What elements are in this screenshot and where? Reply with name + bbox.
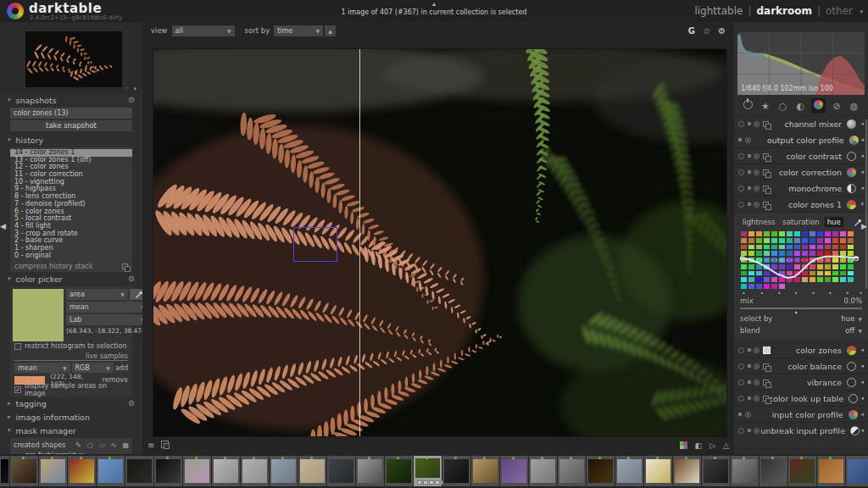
power-icon[interactable] — [738, 153, 744, 159]
module-color-zones[interactable]: color zones◂ — [734, 341, 868, 358]
modules-power-icon[interactable] — [742, 100, 754, 112]
right-panel-collapse-icon[interactable]: ▶ — [861, 222, 867, 230]
filmstrip-thumb[interactable] — [788, 456, 816, 486]
tagging-header[interactable]: ▸ tagging ⚙ — [0, 396, 142, 410]
color-group-icon[interactable] — [811, 98, 826, 114]
module-color-contrast[interactable]: color contrast◂ — [734, 147, 868, 164]
module-color-balance[interactable]: color balance◂ — [734, 358, 868, 374]
filmstrip-thumb[interactable] — [0, 456, 9, 486]
reset-icon[interactable] — [754, 202, 760, 208]
power-icon[interactable] — [738, 380, 744, 385]
favorites-group-icon[interactable]: ★ — [760, 101, 772, 112]
filmstrip-thumb[interactable] — [471, 456, 499, 486]
preset-icon[interactable] — [738, 413, 742, 416]
star-rating-squares[interactable] — [417, 480, 446, 485]
history-header[interactable]: ▾ history — [0, 133, 142, 147]
picker-mode-dropdown[interactable]: area▼ — [66, 289, 128, 300]
power-icon[interactable] — [738, 347, 744, 353]
mix-slider-row[interactable]: mix 0.0% — [740, 297, 862, 305]
reset-icon[interactable] — [754, 169, 760, 175]
view-filter-dropdown[interactable]: all▼ — [172, 25, 235, 36]
multi-icon[interactable] — [763, 169, 769, 175]
preset-icon[interactable] — [748, 396, 751, 400]
gear-icon[interactable]: ⚙ — [128, 274, 135, 283]
reset-icon[interactable] — [754, 363, 760, 369]
gear-icon[interactable]: ⚙ — [128, 399, 135, 408]
circle-shape-icon[interactable]: ○ — [87, 441, 93, 449]
module-color-correction[interactable]: color correction◂ — [734, 164, 868, 180]
power-icon[interactable] — [738, 202, 744, 208]
filmstrip-thumb[interactable] — [39, 456, 67, 486]
gamut-check-icon[interactable]: △ — [723, 441, 729, 450]
filmstrip-thumb[interactable] — [10, 456, 38, 486]
nav-zoom-controls[interactable]: ∷ ▾ — [125, 86, 138, 92]
curve-node-icon[interactable]: ▴ — [760, 289, 763, 295]
multi-icon[interactable] — [763, 186, 769, 191]
view-menu-arrow-icon[interactable]: ▾ — [860, 8, 863, 15]
preset-icon[interactable] — [748, 170, 751, 174]
preset-icon[interactable] — [748, 122, 751, 125]
filmstrip-thumb[interactable] — [298, 456, 326, 486]
filmstrip-thumb[interactable] — [327, 456, 355, 486]
filmstrip-thumb[interactable] — [154, 456, 182, 486]
sample-stat-dropdown[interactable]: mean▼ — [14, 363, 70, 373]
preset-icon[interactable] — [748, 348, 751, 352]
filmstrip-thumb[interactable] — [817, 456, 845, 486]
preset-icon[interactable] — [738, 138, 742, 141]
preset-icon[interactable] — [748, 429, 751, 432]
filmstrip-thumb[interactable] — [702, 456, 730, 486]
checkbox-checked-icon[interactable]: ✓ — [14, 386, 21, 393]
multi-icon[interactable] — [763, 380, 769, 385]
restrict-histogram-row[interactable]: restrict histogram to selection — [13, 341, 130, 351]
multi-icon[interactable] — [763, 202, 769, 208]
tab-saturation[interactable]: saturation — [780, 217, 821, 227]
mix-slider[interactable]: ▴ — [740, 308, 862, 309]
view-lighttable[interactable]: lighttable — [694, 5, 743, 17]
filmstrip-thumb[interactable] — [615, 456, 643, 486]
module-color-zones-1[interactable]: color zones 1▾ — [734, 196, 868, 212]
curve-node-icon[interactable]: ▴ — [795, 289, 798, 295]
navigation-preview[interactable]: ∷ ▾ — [0, 22, 142, 93]
filmstrip-thumb[interactable] — [414, 456, 442, 486]
tab-hue[interactable]: hue — [825, 217, 843, 227]
effects-group-icon[interactable]: ◍ — [848, 101, 860, 112]
filmstrip-thumb[interactable] — [125, 456, 153, 486]
filmstrip-thumb[interactable] — [356, 456, 384, 486]
select-by-row[interactable]: select by hue ▼ — [740, 313, 862, 324]
filmstrip-thumb[interactable] — [385, 456, 413, 486]
power-icon[interactable] — [738, 396, 744, 402]
color-assessment-icon[interactable] — [680, 441, 687, 449]
curve-node-icon[interactable]: ▴ — [829, 289, 832, 295]
tab-lightness[interactable]: lightness — [740, 217, 777, 227]
preset-icon[interactable] — [748, 364, 751, 368]
filmstrip-thumb[interactable] — [212, 456, 240, 486]
filmstrip-thumb[interactable] — [500, 456, 528, 486]
reset-icon[interactable] — [754, 153, 760, 159]
curve-node-icon[interactable]: ▴ — [860, 289, 862, 295]
color-zones-curve-area[interactable] — [740, 230, 859, 290]
filmstrip-thumb[interactable] — [644, 456, 672, 486]
reset-icon[interactable] — [754, 396, 760, 402]
history-item[interactable]: 0 - original — [10, 252, 132, 260]
module-monochrome[interactable]: monochrome◂ — [734, 180, 868, 196]
filter-presets-icon[interactable]: ≡ — [147, 441, 154, 450]
reset-icon[interactable] — [745, 412, 751, 418]
module-unbreak-input-profile[interactable]: unbreak input profile◂ — [734, 422, 868, 438]
filmstrip-thumb[interactable] — [442, 456, 470, 486]
slider-handle[interactable]: ▴ — [795, 308, 798, 314]
preset-icon[interactable] — [748, 202, 751, 206]
reset-icon[interactable] — [754, 186, 760, 191]
filmstrip-thumb[interactable] — [183, 456, 211, 486]
reset-icon[interactable] — [754, 347, 760, 353]
filmstrip-thumb[interactable] — [587, 456, 615, 486]
softproof-icon[interactable]: ▷ — [709, 441, 715, 450]
color-picker-button[interactable] — [130, 289, 142, 300]
duplicate-manager-icon[interactable] — [161, 441, 169, 448]
power-icon[interactable] — [738, 428, 744, 434]
blend-row[interactable]: blend off ▼ — [740, 324, 862, 336]
gear-icon[interactable]: ⚙ — [128, 96, 135, 104]
preset-icon[interactable] — [748, 154, 751, 158]
color-picker-header[interactable]: ▾ color picker ⚙ — [0, 272, 142, 286]
brush-icon[interactable]: ✎ — [75, 441, 81, 449]
ellipse-shape-icon[interactable]: ○ — [99, 443, 105, 448]
